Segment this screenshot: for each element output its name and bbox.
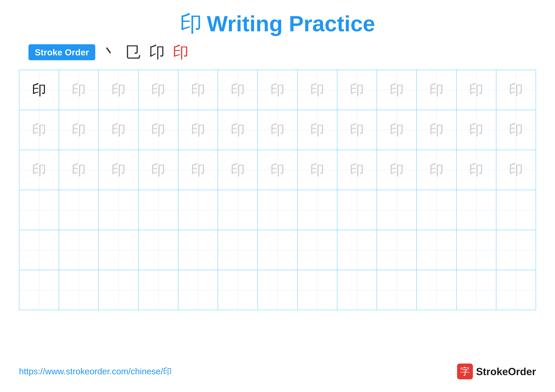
grid-cell-r6c11[interactable] xyxy=(417,270,456,310)
grid-cell-r4c1[interactable] xyxy=(19,190,59,230)
grid-cell-r5c4[interactable] xyxy=(139,230,178,270)
grid-cell-r2c6[interactable]: 印 xyxy=(218,110,258,150)
grid-cell-r3c7[interactable]: 印 xyxy=(258,150,297,190)
grid-cell-r1c3[interactable]: 印 xyxy=(99,70,139,110)
char-light: 印 xyxy=(32,163,46,177)
grid-cell-r3c9[interactable]: 印 xyxy=(337,150,377,190)
grid-cell-r5c2[interactable] xyxy=(59,230,99,270)
grid-cell-r2c3[interactable]: 印 xyxy=(99,110,139,150)
grid-cell-r6c13[interactable] xyxy=(496,270,536,309)
logo-name: StrokeOrder xyxy=(476,366,536,378)
grid-cell-r5c8[interactable] xyxy=(298,230,337,270)
grid-cell-r3c12[interactable]: 印 xyxy=(457,150,496,190)
grid-cell-r2c13[interactable]: 印 xyxy=(496,110,536,150)
grid-cell-r1c4[interactable]: 印 xyxy=(139,70,178,110)
char-light: 印 xyxy=(191,163,205,177)
grid-cell-r6c6[interactable] xyxy=(218,270,258,310)
grid-cell-r1c2[interactable]: 印 xyxy=(59,70,99,110)
grid-cell-r5c12[interactable] xyxy=(457,230,496,270)
grid-cell-r5c13[interactable] xyxy=(496,230,536,270)
grid-cell-r1c12[interactable]: 印 xyxy=(457,70,496,110)
char-light: 印 xyxy=(429,163,444,177)
grid-cell-r2c8[interactable]: 印 xyxy=(298,110,337,150)
grid-cell-r2c4[interactable]: 印 xyxy=(139,110,178,150)
grid-cell-r6c7[interactable] xyxy=(258,270,297,310)
grid-cell-r3c4[interactable]: 印 xyxy=(139,150,178,190)
grid-cell-r3c6[interactable]: 印 xyxy=(218,150,258,190)
char-light: 印 xyxy=(509,83,523,97)
grid-cell-r6c4[interactable] xyxy=(139,270,178,310)
grid-cell-r2c7[interactable]: 印 xyxy=(258,110,297,150)
grid-cell-r4c7[interactable] xyxy=(258,190,297,230)
grid-cell-r6c2[interactable] xyxy=(59,270,99,310)
grid-cell-r4c12[interactable] xyxy=(457,190,496,230)
grid-cell-r2c9[interactable]: 印 xyxy=(337,110,377,150)
grid-cell-r5c1[interactable] xyxy=(19,230,59,270)
grid-cell-r5c10[interactable] xyxy=(377,230,417,270)
title-chinese-char: 印 xyxy=(180,13,202,35)
grid-cell-r3c10[interactable]: 印 xyxy=(377,150,417,190)
grid-cell-r3c13[interactable]: 印 xyxy=(496,150,536,189)
grid-row-3: 印 印 印 印 印 印 印 印 印 印 印 印 印 xyxy=(19,150,536,190)
grid-cell-r3c11[interactable]: 印 xyxy=(417,150,456,190)
grid-cell-r3c1[interactable]: 印 xyxy=(19,150,59,190)
grid-cell-r4c10[interactable] xyxy=(377,190,417,230)
char-light: 印 xyxy=(390,123,404,137)
char-light: 印 xyxy=(469,123,483,137)
char-light: 印 xyxy=(390,163,404,177)
grid-cell-r4c5[interactable] xyxy=(178,190,218,230)
grid-cell-r6c10[interactable] xyxy=(377,270,417,310)
char-dark: 印 xyxy=(32,83,46,97)
grid-cell-r2c12[interactable]: 印 xyxy=(457,110,496,150)
grid-cell-r1c9[interactable]: 印 xyxy=(337,70,377,110)
grid-cell-r1c7[interactable]: 印 xyxy=(258,70,297,110)
grid-cell-r5c7[interactable] xyxy=(258,230,297,270)
char-light: 印 xyxy=(270,163,285,177)
grid-cell-r1c8[interactable]: 印 xyxy=(298,70,337,110)
grid-cell-r4c11[interactable] xyxy=(417,190,456,230)
grid-cell-r3c8[interactable]: 印 xyxy=(298,150,337,190)
grid-cell-r2c11[interactable]: 印 xyxy=(417,110,456,150)
grid-cell-r4c4[interactable] xyxy=(139,190,178,230)
grid-cell-r5c9[interactable] xyxy=(337,230,377,270)
grid-cell-r3c5[interactable]: 印 xyxy=(178,150,218,190)
char-light: 印 xyxy=(350,163,364,177)
grid-cell-r1c5[interactable]: 印 xyxy=(178,70,218,110)
grid-cell-r6c5[interactable] xyxy=(178,270,218,310)
grid-cell-r5c11[interactable] xyxy=(417,230,456,270)
grid-cell-r6c9[interactable] xyxy=(337,270,377,310)
char-light: 印 xyxy=(231,163,245,177)
grid-cell-r2c2[interactable]: 印 xyxy=(59,110,99,150)
grid-cell-r6c3[interactable] xyxy=(99,270,139,310)
stroke-step-4: 印 xyxy=(173,44,189,60)
grid-cell-r2c1[interactable]: 印 xyxy=(19,110,59,150)
grid-cell-r5c6[interactable] xyxy=(218,230,258,270)
grid-cell-r1c11[interactable]: 印 xyxy=(417,70,456,110)
grid-cell-r1c1[interactable]: 印 xyxy=(19,70,59,110)
grid-cell-r1c10[interactable]: 印 xyxy=(377,70,417,110)
grid-cell-r4c2[interactable] xyxy=(59,190,99,230)
char-light: 印 xyxy=(270,83,285,97)
grid-cell-r4c8[interactable] xyxy=(298,190,337,230)
grid-cell-r1c6[interactable]: 印 xyxy=(218,70,258,110)
char-light: 印 xyxy=(350,83,364,97)
grid-cell-r5c5[interactable] xyxy=(178,230,218,270)
grid-cell-r6c12[interactable] xyxy=(457,270,496,310)
grid-cell-r4c6[interactable] xyxy=(218,190,258,230)
grid-cell-r4c9[interactable] xyxy=(337,190,377,230)
grid-cell-r4c3[interactable] xyxy=(99,190,139,230)
grid-cell-r5c3[interactable] xyxy=(99,230,139,270)
grid-cell-r3c3[interactable]: 印 xyxy=(99,150,139,190)
grid-cell-r2c5[interactable]: 印 xyxy=(178,110,218,150)
grid-cell-r3c2[interactable]: 印 xyxy=(59,150,99,190)
grid-cell-r4c13[interactable] xyxy=(496,190,536,229)
grid-cell-r6c1[interactable] xyxy=(19,270,59,310)
char-light: 印 xyxy=(310,83,324,97)
grid-cell-r6c8[interactable] xyxy=(298,270,337,310)
stroke-step-2: 㔾 xyxy=(125,44,141,60)
footer-url[interactable]: https://www.strokeorder.com/chinese/印 xyxy=(19,366,172,377)
grid-cell-r1c13[interactable]: 印 xyxy=(496,70,536,109)
footer: https://www.strokeorder.com/chinese/印 字 … xyxy=(19,354,536,379)
grid-cell-r2c10[interactable]: 印 xyxy=(377,110,417,150)
char-light: 印 xyxy=(191,83,205,97)
